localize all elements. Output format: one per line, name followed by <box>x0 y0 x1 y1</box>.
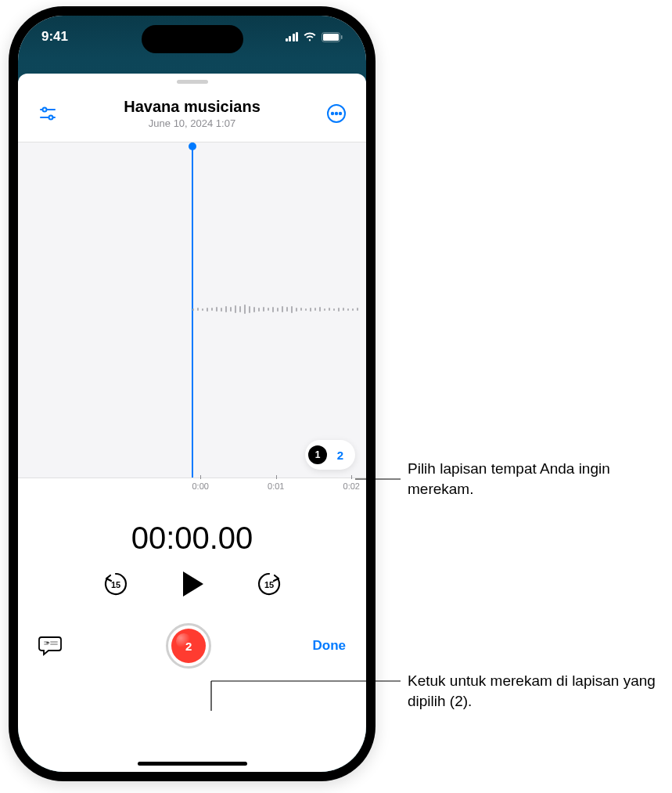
callout-record: Ketuk untuk merekam di lapisan yang dipi… <box>408 671 658 711</box>
callout-layer: Pilih lapisan tempat Anda ingin merekam. <box>408 459 658 499</box>
record-layer-number: 2 <box>185 640 192 653</box>
